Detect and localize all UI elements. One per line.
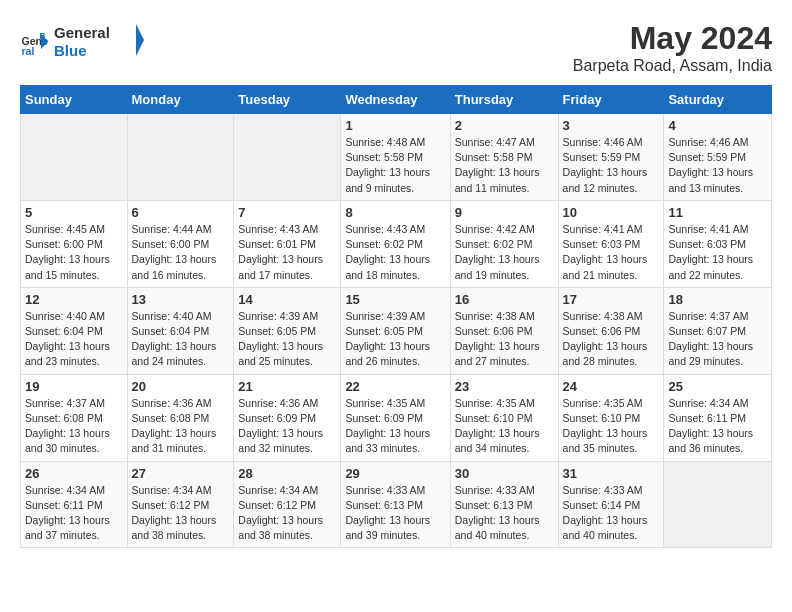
calendar-week-row: 26Sunrise: 4:34 AMSunset: 6:11 PMDayligh… (21, 461, 772, 548)
day-number: 9 (455, 205, 554, 220)
calendar-cell: 22Sunrise: 4:35 AMSunset: 6:09 PMDayligh… (341, 374, 450, 461)
calendar-cell: 10Sunrise: 4:41 AMSunset: 6:03 PMDayligh… (558, 200, 664, 287)
day-info: Sunrise: 4:34 AMSunset: 6:12 PMDaylight:… (132, 483, 230, 544)
calendar-table: SundayMondayTuesdayWednesdayThursdayFrid… (20, 85, 772, 548)
day-info: Sunrise: 4:41 AMSunset: 6:03 PMDaylight:… (668, 222, 767, 283)
day-info: Sunrise: 4:43 AMSunset: 6:02 PMDaylight:… (345, 222, 445, 283)
calendar-cell: 5Sunrise: 4:45 AMSunset: 6:00 PMDaylight… (21, 200, 128, 287)
calendar-cell: 1Sunrise: 4:48 AMSunset: 5:58 PMDaylight… (341, 114, 450, 201)
calendar-cell: 20Sunrise: 4:36 AMSunset: 6:08 PMDayligh… (127, 374, 234, 461)
day-number: 15 (345, 292, 445, 307)
day-info: Sunrise: 4:48 AMSunset: 5:58 PMDaylight:… (345, 135, 445, 196)
day-number: 26 (25, 466, 123, 481)
day-number: 7 (238, 205, 336, 220)
header-friday: Friday (558, 86, 664, 114)
calendar-cell: 13Sunrise: 4:40 AMSunset: 6:04 PMDayligh… (127, 287, 234, 374)
svg-text:ral: ral (22, 45, 35, 57)
day-number: 11 (668, 205, 767, 220)
page-header: Gene ral B General Blue May 2024 Barpeta… (20, 20, 772, 75)
calendar-cell (21, 114, 128, 201)
day-info: Sunrise: 4:37 AMSunset: 6:07 PMDaylight:… (668, 309, 767, 370)
day-number: 24 (563, 379, 660, 394)
header-thursday: Thursday (450, 86, 558, 114)
day-number: 14 (238, 292, 336, 307)
calendar-cell: 27Sunrise: 4:34 AMSunset: 6:12 PMDayligh… (127, 461, 234, 548)
day-number: 1 (345, 118, 445, 133)
calendar-cell: 16Sunrise: 4:38 AMSunset: 6:06 PMDayligh… (450, 287, 558, 374)
day-info: Sunrise: 4:35 AMSunset: 6:10 PMDaylight:… (455, 396, 554, 457)
day-info: Sunrise: 4:40 AMSunset: 6:04 PMDaylight:… (25, 309, 123, 370)
day-info: Sunrise: 4:46 AMSunset: 5:59 PMDaylight:… (668, 135, 767, 196)
calendar-cell: 14Sunrise: 4:39 AMSunset: 6:05 PMDayligh… (234, 287, 341, 374)
calendar-cell: 24Sunrise: 4:35 AMSunset: 6:10 PMDayligh… (558, 374, 664, 461)
day-number: 6 (132, 205, 230, 220)
svg-text:General: General (54, 24, 110, 41)
calendar-cell: 4Sunrise: 4:46 AMSunset: 5:59 PMDaylight… (664, 114, 772, 201)
calendar-cell: 29Sunrise: 4:33 AMSunset: 6:13 PMDayligh… (341, 461, 450, 548)
day-info: Sunrise: 4:33 AMSunset: 6:13 PMDaylight:… (345, 483, 445, 544)
calendar-cell: 19Sunrise: 4:37 AMSunset: 6:08 PMDayligh… (21, 374, 128, 461)
day-info: Sunrise: 4:33 AMSunset: 6:13 PMDaylight:… (455, 483, 554, 544)
day-number: 21 (238, 379, 336, 394)
day-number: 31 (563, 466, 660, 481)
day-number: 17 (563, 292, 660, 307)
day-number: 22 (345, 379, 445, 394)
header-monday: Monday (127, 86, 234, 114)
svg-marker-6 (136, 24, 144, 56)
day-info: Sunrise: 4:35 AMSunset: 6:09 PMDaylight:… (345, 396, 445, 457)
day-info: Sunrise: 4:36 AMSunset: 6:09 PMDaylight:… (238, 396, 336, 457)
day-number: 2 (455, 118, 554, 133)
calendar-cell: 15Sunrise: 4:39 AMSunset: 6:05 PMDayligh… (341, 287, 450, 374)
day-info: Sunrise: 4:38 AMSunset: 6:06 PMDaylight:… (455, 309, 554, 370)
day-info: Sunrise: 4:36 AMSunset: 6:08 PMDaylight:… (132, 396, 230, 457)
header-sunday: Sunday (21, 86, 128, 114)
calendar-cell: 31Sunrise: 4:33 AMSunset: 6:14 PMDayligh… (558, 461, 664, 548)
calendar-cell: 2Sunrise: 4:47 AMSunset: 5:58 PMDaylight… (450, 114, 558, 201)
calendar-cell: 18Sunrise: 4:37 AMSunset: 6:07 PMDayligh… (664, 287, 772, 374)
day-number: 30 (455, 466, 554, 481)
calendar-cell: 21Sunrise: 4:36 AMSunset: 6:09 PMDayligh… (234, 374, 341, 461)
day-info: Sunrise: 4:45 AMSunset: 6:00 PMDaylight:… (25, 222, 123, 283)
day-info: Sunrise: 4:34 AMSunset: 6:11 PMDaylight:… (25, 483, 123, 544)
calendar-cell: 3Sunrise: 4:46 AMSunset: 5:59 PMDaylight… (558, 114, 664, 201)
calendar-cell (664, 461, 772, 548)
calendar-cell: 7Sunrise: 4:43 AMSunset: 6:01 PMDaylight… (234, 200, 341, 287)
day-number: 18 (668, 292, 767, 307)
calendar-cell: 11Sunrise: 4:41 AMSunset: 6:03 PMDayligh… (664, 200, 772, 287)
day-info: Sunrise: 4:40 AMSunset: 6:04 PMDaylight:… (132, 309, 230, 370)
day-info: Sunrise: 4:39 AMSunset: 6:05 PMDaylight:… (238, 309, 336, 370)
day-number: 12 (25, 292, 123, 307)
day-number: 13 (132, 292, 230, 307)
day-number: 23 (455, 379, 554, 394)
calendar-title: May 2024 (573, 20, 772, 57)
logo-line1: General Blue (54, 20, 144, 67)
location-subtitle: Barpeta Road, Assam, India (573, 57, 772, 75)
calendar-cell: 30Sunrise: 4:33 AMSunset: 6:13 PMDayligh… (450, 461, 558, 548)
calendar-cell: 8Sunrise: 4:43 AMSunset: 6:02 PMDaylight… (341, 200, 450, 287)
day-info: Sunrise: 4:34 AMSunset: 6:12 PMDaylight:… (238, 483, 336, 544)
day-info: Sunrise: 4:42 AMSunset: 6:02 PMDaylight:… (455, 222, 554, 283)
calendar-week-row: 12Sunrise: 4:40 AMSunset: 6:04 PMDayligh… (21, 287, 772, 374)
calendar-cell (234, 114, 341, 201)
day-info: Sunrise: 4:47 AMSunset: 5:58 PMDaylight:… (455, 135, 554, 196)
calendar-cell: 25Sunrise: 4:34 AMSunset: 6:11 PMDayligh… (664, 374, 772, 461)
calendar-cell: 28Sunrise: 4:34 AMSunset: 6:12 PMDayligh… (234, 461, 341, 548)
calendar-cell: 12Sunrise: 4:40 AMSunset: 6:04 PMDayligh… (21, 287, 128, 374)
calendar-cell: 23Sunrise: 4:35 AMSunset: 6:10 PMDayligh… (450, 374, 558, 461)
day-info: Sunrise: 4:46 AMSunset: 5:59 PMDaylight:… (563, 135, 660, 196)
header-saturday: Saturday (664, 86, 772, 114)
day-info: Sunrise: 4:39 AMSunset: 6:05 PMDaylight:… (345, 309, 445, 370)
svg-text:B: B (40, 32, 46, 41)
day-number: 10 (563, 205, 660, 220)
calendar-cell: 17Sunrise: 4:38 AMSunset: 6:06 PMDayligh… (558, 287, 664, 374)
day-info: Sunrise: 4:37 AMSunset: 6:08 PMDaylight:… (25, 396, 123, 457)
calendar-cell: 9Sunrise: 4:42 AMSunset: 6:02 PMDaylight… (450, 200, 558, 287)
calendar-cell (127, 114, 234, 201)
day-info: Sunrise: 4:38 AMSunset: 6:06 PMDaylight:… (563, 309, 660, 370)
logo: Gene ral B General Blue (20, 20, 144, 67)
calendar-week-row: 19Sunrise: 4:37 AMSunset: 6:08 PMDayligh… (21, 374, 772, 461)
day-number: 4 (668, 118, 767, 133)
day-number: 3 (563, 118, 660, 133)
calendar-cell: 26Sunrise: 4:34 AMSunset: 6:11 PMDayligh… (21, 461, 128, 548)
day-info: Sunrise: 4:35 AMSunset: 6:10 PMDaylight:… (563, 396, 660, 457)
